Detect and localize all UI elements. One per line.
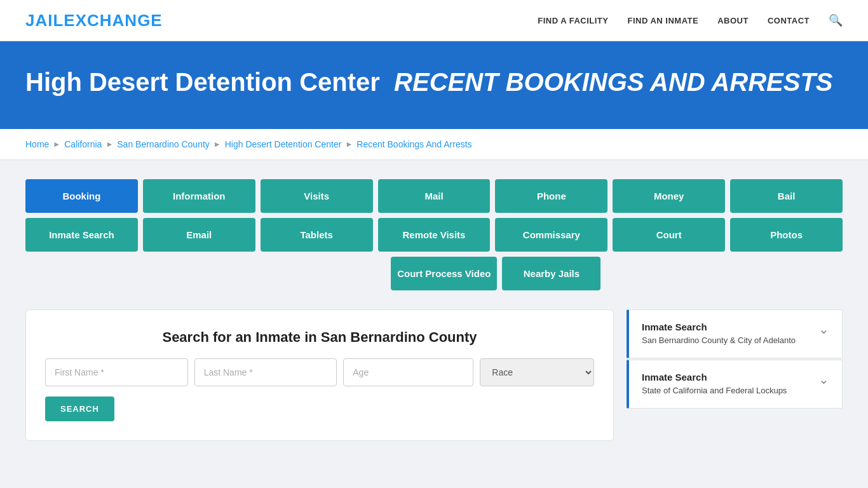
btn-phone[interactable]: Phone bbox=[495, 179, 607, 213]
main-content: Booking Information Visits Mail Phone Mo… bbox=[0, 160, 868, 460]
race-select[interactable]: Race White Black Hispanic Asian Native A… bbox=[480, 358, 594, 386]
breadcrumb-facility[interactable]: High Desert Detention Center bbox=[225, 139, 342, 149]
search-title: Search for an Inmate in San Bernardino C… bbox=[45, 329, 594, 346]
breadcrumb-sep-3: ► bbox=[214, 140, 221, 149]
btn-remote-visits[interactable]: Remote Visits bbox=[378, 218, 491, 252]
btn-bail[interactable]: Bail bbox=[730, 179, 843, 213]
button-row-1: Booking Information Visits Mail Phone Mo… bbox=[25, 179, 843, 213]
breadcrumb-home[interactable]: Home bbox=[25, 139, 49, 149]
nav-link-contact[interactable]: CONTACT bbox=[768, 16, 810, 25]
btn-money[interactable]: Money bbox=[613, 179, 725, 213]
sidebar-card-1-title: Inmate Search bbox=[642, 322, 796, 332]
sidebar-card-1[interactable]: Inmate Search San Bernardino County & Ci… bbox=[627, 309, 843, 358]
first-name-input[interactable] bbox=[45, 358, 188, 386]
hero-title-plain: High Desert Detention Center bbox=[25, 68, 380, 96]
nav-item-about[interactable]: ABOUT bbox=[717, 15, 749, 26]
nav-link-about[interactable]: ABOUT bbox=[717, 16, 749, 25]
hero-section: High Desert Detention Center RECENT BOOK… bbox=[0, 41, 868, 129]
logo-part1: JAIL bbox=[25, 11, 64, 30]
btn-email[interactable]: Email bbox=[143, 218, 255, 252]
navbar: JAILEXCHANGE FIND A FACILITY FIND AN INM… bbox=[0, 0, 868, 41]
nav-item-find-facility[interactable]: FIND A FACILITY bbox=[538, 15, 608, 26]
search-panel: Search for an Inmate in San Bernardino C… bbox=[25, 309, 614, 441]
breadcrumb-section: Home ► California ► San Bernardino Count… bbox=[0, 129, 868, 160]
btn-visits[interactable]: Visits bbox=[261, 179, 373, 213]
sidebar: Inmate Search San Bernardino County & Ci… bbox=[627, 309, 843, 410]
search-button[interactable]: SEARCH bbox=[45, 396, 114, 421]
chevron-down-icon-1: ⌄ bbox=[818, 322, 829, 337]
btn-mail[interactable]: Mail bbox=[378, 179, 491, 213]
breadcrumb-sep-2: ► bbox=[105, 140, 113, 149]
breadcrumb-california[interactable]: California bbox=[64, 139, 102, 149]
sidebar-card-2-content: Inmate Search State of California and Fe… bbox=[642, 372, 787, 396]
nav-link-find-inmate[interactable]: FIND AN INMATE bbox=[627, 16, 698, 25]
btn-booking[interactable]: Booking bbox=[25, 179, 138, 213]
sidebar-card-2[interactable]: Inmate Search State of California and Fe… bbox=[627, 360, 843, 409]
breadcrumb-county[interactable]: San Bernardino County bbox=[117, 139, 210, 149]
hero-title-italic: RECENT BOOKINGS AND ARRESTS bbox=[394, 68, 832, 96]
age-input[interactable] bbox=[343, 358, 473, 386]
content-area: Search for an Inmate in San Bernardino C… bbox=[25, 309, 843, 441]
button-row-2: Inmate Search Email Tablets Remote Visit… bbox=[25, 218, 843, 252]
search-icon[interactable]: 🔍 bbox=[829, 14, 843, 27]
btn-tablets[interactable]: Tablets bbox=[261, 218, 373, 252]
btn-inmate-search[interactable]: Inmate Search bbox=[25, 218, 138, 252]
sidebar-card-2-subtitle: State of California and Federal Lockups bbox=[642, 385, 787, 396]
page-title: High Desert Detention Center RECENT BOOK… bbox=[25, 67, 843, 97]
btn-court-process-video[interactable]: Court Process Video bbox=[391, 257, 497, 290]
chevron-down-icon-2: ⌄ bbox=[818, 372, 829, 387]
sidebar-card-1-subtitle: San Bernardino County & City of Adelanto bbox=[642, 335, 796, 346]
sidebar-card-1-content: Inmate Search San Bernardino County & Ci… bbox=[642, 322, 796, 346]
btn-information[interactable]: Information bbox=[143, 179, 255, 213]
nav-item-contact[interactable]: CONTACT bbox=[768, 15, 810, 26]
button-row-3: Court Process Video Nearby Jails bbox=[25, 257, 843, 290]
breadcrumb-sep-4: ► bbox=[345, 140, 353, 149]
breadcrumb-current: Recent Bookings And Arrests bbox=[356, 139, 471, 149]
nav-search-icon[interactable]: 🔍 bbox=[829, 13, 843, 27]
breadcrumb-sep-1: ► bbox=[53, 140, 60, 149]
last-name-input[interactable] bbox=[194, 358, 337, 386]
nav-links: FIND A FACILITY FIND AN INMATE ABOUT CON… bbox=[538, 13, 843, 27]
btn-nearby-jails[interactable]: Nearby Jails bbox=[502, 257, 600, 290]
nav-link-find-facility[interactable]: FIND A FACILITY bbox=[538, 16, 608, 25]
breadcrumb: Home ► California ► San Bernardino Count… bbox=[25, 139, 843, 149]
btn-commissary[interactable]: Commissary bbox=[495, 218, 607, 252]
logo-part2: EXCHANGE bbox=[64, 11, 162, 30]
sidebar-card-2-title: Inmate Search bbox=[642, 372, 787, 383]
nav-item-find-inmate[interactable]: FIND AN INMATE bbox=[627, 15, 698, 26]
search-form: Race White Black Hispanic Asian Native A… bbox=[45, 358, 594, 386]
btn-photos[interactable]: Photos bbox=[730, 218, 843, 252]
logo[interactable]: JAILEXCHANGE bbox=[25, 11, 163, 30]
btn-court[interactable]: Court bbox=[613, 218, 725, 252]
